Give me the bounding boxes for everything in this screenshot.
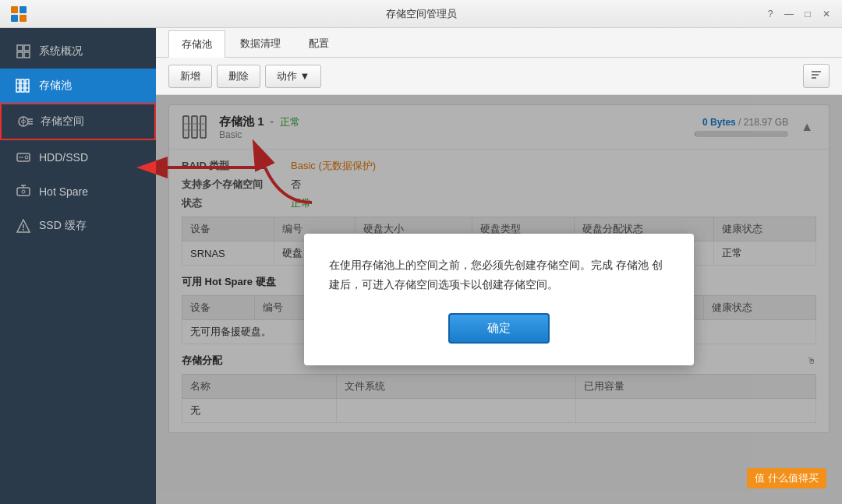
action-button[interactable]: 动作 ▼	[265, 65, 321, 88]
minimize-button[interactable]: —	[783, 8, 795, 20]
sidebar-item-ssd-cache[interactable]: SSD 缓存	[0, 209, 156, 243]
tab-data-scrubbing[interactable]: 数据清理	[227, 30, 294, 57]
dialog: 在使用存储池上的空间之前，您必须先创建存储空间。完成 存储池 创建后，可进入存储…	[304, 234, 694, 365]
svg-point-27	[23, 229, 24, 231]
tabs-bar: 存储池 数据清理 配置	[156, 28, 842, 58]
sidebar-item-hot-spare[interactable]: Hot Spare	[0, 174, 156, 209]
titlebar: 存储空间管理员 ? — □ ✕	[0, 0, 842, 28]
sidebar-item-storage-space[interactable]: 存储空间	[0, 103, 156, 140]
window-title: 存储空间管理员	[386, 7, 457, 21]
sidebar-item-label: HDD/SSD	[39, 151, 88, 164]
pool-icon	[16, 78, 31, 93]
sidebar: 系统概况 存储池	[0, 28, 156, 504]
svg-rect-4	[17, 45, 23, 51]
tab-config[interactable]: 配置	[295, 30, 342, 57]
delete-button[interactable]: 删除	[217, 65, 260, 88]
sidebar-item-label: 存储空间	[41, 115, 84, 129]
help-button[interactable]: ?	[764, 8, 777, 20]
svg-rect-21	[17, 188, 30, 196]
sidebar-item-label: 存储池	[39, 79, 72, 93]
svg-rect-1	[19, 6, 27, 13]
svg-rect-3	[19, 15, 27, 22]
maximize-button[interactable]: □	[801, 8, 814, 20]
svg-point-19	[25, 156, 28, 159]
app-logo	[9, 5, 28, 23]
dialog-overlay: 在使用存储池上的空间之前，您必须先创建存储空间。完成 存储池 创建后，可进入存储…	[156, 95, 842, 504]
watermark: 值 什么值得买	[747, 468, 826, 488]
scroll-area[interactable]: 存储池 1 - 正常 Basic 0 Bytes / 218.97 GB	[156, 95, 842, 504]
content-area: 存储池 数据清理 配置 新增 删除 动作 ▼	[156, 28, 842, 504]
svg-rect-7	[24, 52, 30, 58]
dialog-message: 在使用存储池上的空间之前，您必须先创建存储空间。完成 存储池 创建后，可进入存储…	[329, 256, 669, 294]
add-button[interactable]: 新增	[168, 65, 212, 88]
sidebar-item-label: 系统概况	[39, 44, 83, 58]
sidebar-item-label: SSD 缓存	[39, 219, 87, 233]
close-button[interactable]: ✕	[820, 8, 833, 20]
ssdcache-icon	[16, 218, 31, 234]
sidebar-item-storage-pool[interactable]: 存储池	[0, 69, 156, 103]
window-controls[interactable]: ? — □ ✕	[764, 8, 833, 20]
space-icon	[17, 114, 33, 129]
sidebar-item-hdd-ssd[interactable]: HDD/SSD	[0, 140, 156, 174]
svg-rect-10	[26, 79, 29, 92]
svg-rect-2	[11, 15, 18, 22]
dialog-confirm-button[interactable]: 确定	[448, 313, 550, 344]
svg-rect-9	[21, 79, 24, 92]
svg-point-24	[22, 190, 25, 193]
toolbar: 新增 删除 动作 ▼	[156, 58, 842, 95]
hdd-icon	[16, 150, 31, 165]
watermark-text: 值 什么值得买	[755, 472, 819, 484]
tab-storage-pool[interactable]: 存储池	[168, 30, 225, 58]
dialog-footer: 确定	[329, 313, 669, 344]
svg-rect-6	[17, 52, 23, 58]
main-layout: 系统概况 存储池	[0, 28, 842, 504]
sort-button[interactable]	[803, 64, 830, 88]
svg-rect-8	[16, 79, 19, 92]
sidebar-item-system-overview[interactable]: 系统概况	[0, 34, 156, 69]
sidebar-item-label: Hot Spare	[39, 185, 88, 198]
hotspare-icon	[16, 184, 31, 199]
svg-rect-5	[24, 45, 30, 51]
svg-rect-0	[11, 6, 18, 13]
grid-icon	[16, 44, 31, 59]
